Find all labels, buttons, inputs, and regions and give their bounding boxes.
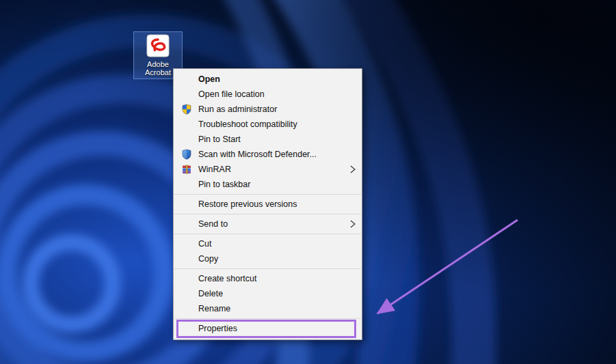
menu-item-scan-with-defender[interactable]: Scan with Microsoft Defender... <box>174 147 362 162</box>
menu-item-label: Create shortcut <box>198 274 256 283</box>
menu-item-label: Scan with Microsoft Defender... <box>198 150 317 159</box>
icon-label-line2: Acrobat <box>145 68 171 76</box>
uac-shield-icon <box>181 104 192 115</box>
menu-item-label: Troubleshoot compatibility <box>198 120 297 129</box>
context-menu: Open Open file location <box>173 68 362 340</box>
menu-item-label: Pin to taskbar <box>198 180 250 189</box>
menu-item-copy[interactable]: Copy <box>174 251 362 266</box>
menu-item-pin-to-start[interactable]: Pin to Start <box>174 132 362 147</box>
menu-item-rename[interactable]: Rename <box>174 301 362 316</box>
submenu-arrow-icon <box>350 220 356 228</box>
menu-item-label: Open <box>198 74 220 84</box>
menu-item-send-to[interactable]: Send to <box>174 216 362 232</box>
menu-item-label: Send to <box>198 219 228 229</box>
menu-item-label: Run as administrator <box>198 104 277 114</box>
menu-item-label: Rename <box>198 304 230 313</box>
menu-item-cut[interactable]: Cut <box>174 236 362 251</box>
menu-separator <box>174 268 361 269</box>
menu-item-troubleshoot-compatibility[interactable]: Troubleshoot compatibility <box>174 117 362 132</box>
menu-item-open-file-location[interactable]: Open file location <box>174 87 362 102</box>
menu-item-open[interactable]: Open <box>174 72 362 87</box>
submenu-arrow-icon <box>350 165 356 173</box>
menu-separator <box>174 214 361 214</box>
menu-item-label: Properties <box>198 324 237 333</box>
menu-item-restore-previous-versions[interactable]: Restore previous versions <box>174 197 362 212</box>
icon-label-line1: Adobe <box>147 60 169 68</box>
menu-item-label: Restore previous versions <box>198 199 297 209</box>
winrar-icon <box>181 164 192 175</box>
menu-item-properties[interactable]: Properties <box>174 321 362 336</box>
menu-item-label: Cut <box>198 239 211 249</box>
menu-item-label: Copy <box>198 254 218 264</box>
menu-item-label: Pin to Start <box>198 135 241 144</box>
menu-item-delete[interactable]: Delete <box>174 286 362 301</box>
menu-item-winrar[interactable]: WinRAR <box>174 162 362 177</box>
menu-separator <box>174 194 361 195</box>
desktop: Adobe Acrobat Open Open file location <box>0 0 616 364</box>
menu-item-label: Open file location <box>198 89 265 99</box>
menu-separator <box>174 318 361 319</box>
adobe-acrobat-icon <box>146 34 170 57</box>
defender-shield-icon <box>181 149 192 160</box>
menu-item-run-as-administrator[interactable]: Run as administrator <box>174 102 362 117</box>
menu-item-pin-to-taskbar[interactable]: Pin to taskbar <box>174 177 362 192</box>
menu-item-label: WinRAR <box>198 165 231 174</box>
menu-item-label: Delete <box>198 289 223 298</box>
menu-separator <box>174 234 361 234</box>
menu-item-create-shortcut[interactable]: Create shortcut <box>174 271 362 286</box>
